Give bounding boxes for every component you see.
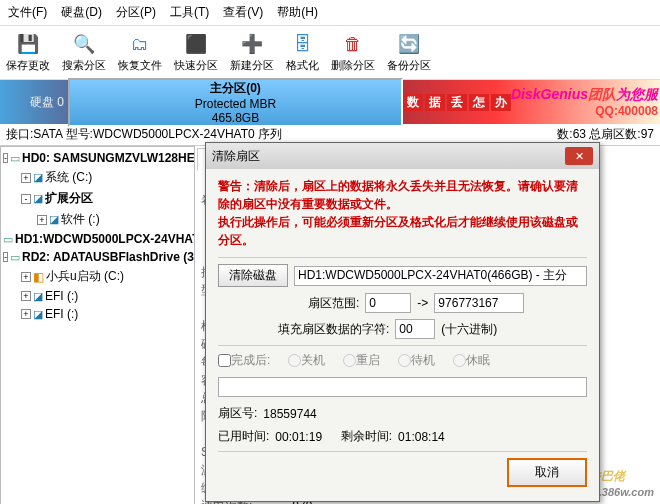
format-button[interactable]: 🗄格式化 — [284, 30, 321, 75]
tree-rd2[interactable]: -▭RD2: ADATAUSBFlashDrive (30 — [3, 248, 192, 266]
save-icon: 💾 — [16, 32, 40, 56]
collapse-icon[interactable]: - — [3, 153, 8, 163]
brand-logo: DiskGenius团队为您服 QQ:400008 — [511, 86, 658, 118]
menu-tools[interactable]: 工具(T) — [166, 2, 213, 23]
expand-icon[interactable]: + — [21, 309, 31, 319]
disk-icon: ▭ — [10, 251, 20, 264]
save-button[interactable]: 💾保存更改 — [4, 30, 52, 75]
partition-icon: ◪ — [33, 290, 43, 303]
sector-number-label: 扇区号: — [218, 405, 257, 422]
menu-bar: 文件(F) 硬盘(D) 分区(P) 工具(T) 查看(V) 帮助(H) — [0, 0, 660, 26]
backup-icon: 🔄 — [397, 32, 421, 56]
collapse-icon[interactable]: - — [3, 252, 8, 262]
search-partition-button[interactable]: 🔍搜索分区 — [60, 30, 108, 75]
fill-label: 填充扇区数据的字符: — [278, 321, 389, 338]
partition-icon: ◪ — [33, 308, 43, 321]
sector-number-value: 18559744 — [263, 407, 316, 421]
radio-standby — [398, 354, 411, 367]
close-button[interactable]: ✕ — [565, 147, 593, 165]
progress-bar — [218, 377, 587, 397]
recover-icon: 🗂 — [128, 32, 152, 56]
range-sep: -> — [417, 296, 428, 310]
partition-size: 465.8GB — [212, 111, 259, 125]
new-partition-button[interactable]: ➕新建分区 — [228, 30, 276, 75]
menu-view[interactable]: 查看(V) — [219, 2, 267, 23]
recover-file-button[interactable]: 🗂恢复文件 — [116, 30, 164, 75]
menu-file[interactable]: 文件(F) — [4, 2, 51, 23]
dialog-titlebar: 清除扇区 ✕ — [206, 143, 599, 169]
partition-map[interactable]: 主分区(0) Protected MBR 465.8GB — [68, 78, 403, 127]
expand-icon[interactable]: + — [21, 291, 31, 301]
menu-help[interactable]: 帮助(H) — [273, 2, 322, 23]
collapse-icon[interactable]: - — [21, 194, 31, 204]
tree-sys[interactable]: +◪系统 (C:) — [3, 167, 192, 188]
quick-partition-button[interactable]: ⬛快速分区 — [172, 30, 220, 75]
partition-icon: ⬛ — [184, 32, 208, 56]
menu-disk[interactable]: 硬盘(D) — [57, 2, 106, 23]
erase-sector-dialog: 清除扇区 ✕ 警告：清除后，扇区上的数据将永久丢失并且无法恢复。请确认要清除的扇… — [205, 142, 600, 502]
separator — [218, 451, 587, 452]
disk-icon: ▭ — [3, 233, 13, 246]
slogan-cubes: 数 据 丢 怎 办 — [403, 94, 511, 111]
remaining-label: 剩余时间: — [341, 428, 392, 445]
radio-shutdown — [288, 354, 301, 367]
banner-disk-label: 硬盘 0 — [0, 94, 68, 111]
partition-sub: Protected MBR — [195, 97, 276, 111]
tree-soft[interactable]: +◪软件 (:) — [3, 209, 192, 230]
tree-hd1[interactable]: ▭HD1:WDCWD5000LPCX-24VHAT0 — [3, 230, 192, 248]
search-icon: 🔍 — [72, 32, 96, 56]
expand-icon[interactable]: + — [21, 173, 31, 183]
tree-efi1[interactable]: +◪EFI (:) — [3, 287, 192, 305]
disk-info-left: 接口:SATA 型号:WDCWD5000LPCX-24VHAT0 序列 — [6, 126, 282, 143]
header-banner: 硬盘 0 主分区(0) Protected MBR 465.8GB 数 据 丢 … — [0, 80, 660, 124]
format-icon: 🗄 — [291, 32, 315, 56]
remaining-value: 01:08:14 — [398, 430, 445, 444]
expand-icon[interactable]: + — [21, 272, 31, 282]
after-complete-checkbox[interactable] — [218, 354, 231, 367]
fill-hex-label: (十六进制) — [441, 321, 497, 338]
radio-sleep — [453, 354, 466, 367]
toolbar: 💾保存更改 🔍搜索分区 🗂恢复文件 ⬛快速分区 ➕新建分区 🗄格式化 🗑删除分区… — [0, 26, 660, 80]
new-icon: ➕ — [240, 32, 264, 56]
separator — [218, 345, 587, 346]
disk-path-field[interactable] — [294, 266, 587, 286]
fill-char-input[interactable] — [395, 319, 435, 339]
range-from-input[interactable] — [365, 293, 411, 313]
delete-partition-button[interactable]: 🗑删除分区 — [329, 30, 377, 75]
disk-tree: -▭HD0: SAMSUNGMZVLW128HEGR-0 +◪系统 (C:) -… — [0, 146, 195, 504]
delete-icon: 🗑 — [341, 32, 365, 56]
backup-button[interactable]: 🔄备份分区 — [385, 30, 433, 75]
elapsed-value: 00:01:19 — [275, 430, 322, 444]
radio-reboot — [343, 354, 356, 367]
partition-title: 主分区(0) — [210, 80, 261, 97]
erase-disk-button[interactable]: 清除磁盘 — [218, 264, 288, 287]
tree-efi2[interactable]: +◪EFI (:) — [3, 305, 192, 323]
disk-icon: ▭ — [10, 152, 20, 165]
tree-hd0[interactable]: -▭HD0: SAMSUNGMZVLW128HEGR-0 — [3, 149, 192, 167]
warning-text: 警告：清除后，扇区上的数据将永久丢失并且无法恢复。请确认要清除的扇区中没有重要数… — [218, 177, 587, 249]
usb-icon: ◧ — [33, 270, 44, 284]
partition-icon: ◪ — [33, 192, 43, 205]
tree-ext[interactable]: -◪扩展分区 — [3, 188, 192, 209]
separator — [218, 257, 587, 258]
elapsed-label: 已用时间: — [218, 428, 269, 445]
range-label: 扇区范围: — [308, 295, 359, 312]
menu-partition[interactable]: 分区(P) — [112, 2, 160, 23]
disk-info-right: 数:63 总扇区数:97 — [557, 126, 654, 143]
expand-icon[interactable]: + — [37, 215, 47, 225]
cancel-button[interactable]: 取消 — [507, 458, 587, 487]
range-to-input[interactable] — [434, 293, 524, 313]
partition-icon: ◪ — [49, 213, 59, 226]
dialog-title: 清除扇区 — [212, 148, 260, 165]
partition-icon: ◪ — [33, 171, 43, 184]
tree-xb[interactable]: +◧小兵u启动 (C:) — [3, 266, 192, 287]
dialog-body: 警告：清除后，扇区上的数据将永久丢失并且无法恢复。请确认要清除的扇区中没有重要数… — [206, 169, 599, 501]
